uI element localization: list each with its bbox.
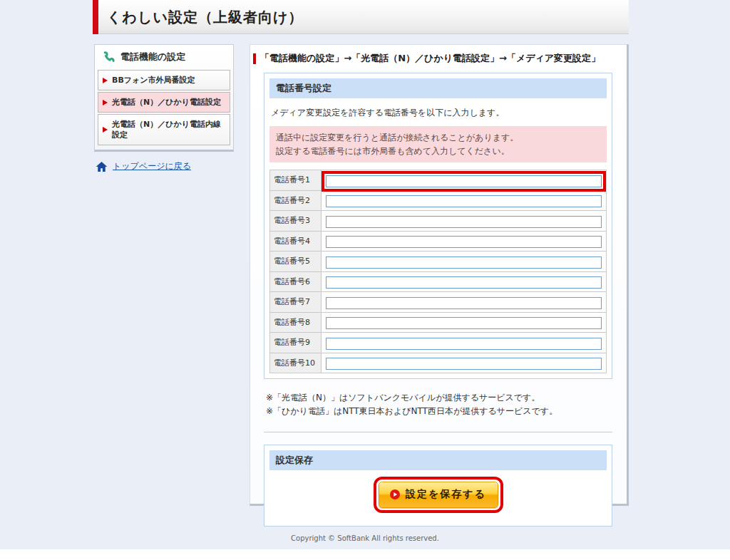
breadcrumb-accent-bar — [253, 53, 256, 64]
main-panel: 「電話機能の設定」→「光電話（N）／ひかり電話設定」→「メディア変更設定」 電話… — [250, 44, 629, 506]
table-row: 電話番号5 — [270, 252, 607, 272]
breadcrumb: 「電話機能の設定」→「光電話（N）／ひかり電話設定」→「メディア変更設定」 — [250, 45, 627, 65]
warning-line-2: 設定する電話番号には市外局番も含めて入力してください。 — [276, 145, 600, 158]
sidebar-panel: 電話機能の設定 BBフォン市外局番設定 光電話（N）／ひかり電話設定 光電話（N… — [94, 44, 234, 152]
warning-box: 通話中に設定変更を行うと通話が接続されることがあります。 設定する電話番号には市… — [269, 126, 607, 162]
note-line-2: ※「ひかり電話」はNTT東日本およびNTT西日本が提供するサービスです。 — [266, 405, 611, 418]
table-row: 電話番号6 — [270, 271, 607, 292]
phone-number-label-10: 電話番号10 — [270, 353, 322, 373]
red-triangle-icon — [103, 78, 108, 83]
save-button-label: 設定を保存する — [406, 488, 486, 501]
table-row: 電話番号3 — [270, 211, 607, 232]
table-row: 電話番号9 — [270, 333, 607, 353]
sidebar-item-label: 光電話（N）／ひかり電話設定 — [112, 97, 221, 108]
home-icon — [96, 161, 108, 172]
phone-number-label-9: 電話番号9 — [270, 333, 322, 353]
phone-number-input-7[interactable] — [326, 297, 602, 309]
sidebar-item-bbphone-area-code[interactable]: BBフォン市外局番設定 — [98, 70, 230, 90]
sidebar: 電話機能の設定 BBフォン市外局番設定 光電話（N）／ひかり電話設定 光電話（N… — [94, 44, 234, 194]
phone-number-input-1[interactable] — [326, 175, 602, 187]
phone-number-input-8[interactable] — [326, 317, 602, 329]
phone-number-input-9[interactable] — [326, 338, 602, 350]
router-settings-page: { "page": { "title": "くわしい設定（上級者向け）", "f… — [0, 0, 730, 560]
service-notes: ※「光電話（N）」はソフトバンクモバイルが提供するサービスです。 ※「ひかり電話… — [266, 391, 611, 418]
note-line-1: ※「光電話（N）」はソフトバンクモバイルが提供するサービスです。 — [266, 391, 611, 405]
phone-number-input-6[interactable] — [326, 276, 602, 289]
page-footer: Copyright © SoftBank All rights reserved… — [0, 534, 730, 542]
section-divider — [264, 432, 612, 432]
phone-number-input-5[interactable] — [326, 256, 602, 269]
sidebar-header-label: 電話機能の設定 — [120, 51, 185, 63]
table-row: 電話番号8 — [270, 312, 607, 333]
sidebar-item-hikari-phone-extension[interactable]: 光電話（N）／ひかり電話内線設定 — [98, 114, 230, 145]
phone-number-label-8: 電話番号8 — [270, 312, 322, 333]
phone-number-input-3[interactable] — [326, 216, 602, 228]
phone-section-description: メディア変更設定を許容する電話番号を以下に入力します。 — [271, 107, 605, 119]
back-to-top-label[interactable]: トップページに戻る — [113, 160, 191, 172]
phone-number-input-10[interactable] — [326, 358, 602, 370]
red-triangle-icon — [103, 100, 108, 105]
header-accent-bar — [93, 0, 98, 34]
table-row: 電話番号7 — [270, 292, 607, 313]
sidebar-item-hikari-phone-settings[interactable]: 光電話（N）／ひかり電話設定 — [98, 92, 230, 113]
sidebar-list: BBフォン市外局番設定 光電話（N）／ひかり電話設定 光電話（N）／ひかり電話内… — [98, 70, 230, 145]
breadcrumb-text: 「電話機能の設定」→「光電話（N）／ひかり電話設定」→「メディア変更設定」 — [260, 52, 600, 65]
page-title: くわしい設定（上級者向け） — [107, 8, 303, 27]
phone-number-input-2[interactable] — [326, 195, 602, 207]
phone-icon — [102, 51, 115, 63]
phone-number-input-4[interactable] — [326, 236, 602, 248]
phone-number-label-2: 電話番号2 — [270, 190, 322, 211]
phone-number-label-7: 電話番号7 — [270, 292, 322, 313]
save-section-title: 設定保存 — [269, 450, 607, 470]
table-row: 電話番号2 — [270, 190, 607, 211]
phone-number-label-3: 電話番号3 — [270, 211, 322, 232]
copyright-text: Copyright © SoftBank All rights reserved… — [291, 534, 439, 542]
warning-line-1: 通話中に設定変更を行うと通話が接続されることがあります。 — [276, 131, 600, 145]
save-settings-button[interactable]: 設定を保存する — [379, 482, 498, 508]
sidebar-item-label: 光電話（N）／ひかり電話内線設定 — [112, 119, 225, 140]
table-row: 電話番号1 — [270, 170, 607, 191]
sidebar-header: 電話機能の設定 — [95, 45, 233, 68]
table-row: 電話番号10 — [270, 353, 607, 373]
page-header: くわしい設定（上級者向け） — [93, 0, 629, 34]
phone-number-label-4: 電話番号4 — [270, 231, 322, 252]
save-button-row: 設定を保存する — [269, 470, 607, 521]
phone-number-label-6: 電話番号6 — [270, 271, 322, 292]
phone-number-table: 電話番号1 電話番号2 電話番号3 電話番号4 電話番号5 — [269, 170, 607, 373]
phone-number-label-5: 電話番号5 — [270, 252, 322, 272]
back-to-top-link[interactable]: トップページに戻る — [96, 160, 234, 172]
sidebar-item-label: BBフォン市外局番設定 — [112, 75, 195, 85]
save-settings-box: 設定保存 設定を保存する — [264, 445, 612, 527]
phone-number-settings-box: 電話番号設定 メディア変更設定を許容する電話番号を以下に入力します。 通話中に設… — [264, 73, 612, 379]
red-triangle-icon — [103, 127, 108, 133]
bottom-strip — [0, 549, 730, 560]
table-row: 電話番号4 — [270, 231, 607, 252]
phone-section-title: 電話番号設定 — [269, 78, 607, 98]
phone-number-label-1: 電話番号1 — [270, 170, 322, 191]
play-icon — [390, 489, 400, 499]
